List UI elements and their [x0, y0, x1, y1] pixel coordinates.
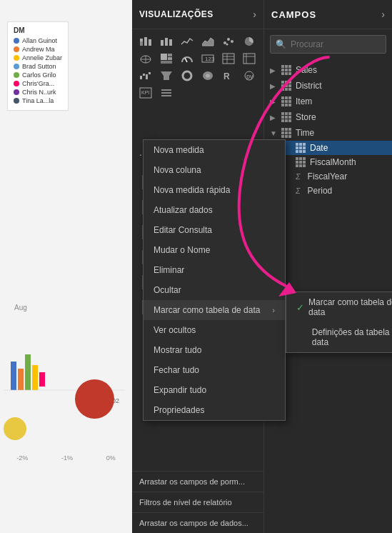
legend-label: Chris'Gra... — [22, 80, 54, 87]
legend-label: Tina La...la — [22, 97, 54, 104]
menu-item-label: Atualizar dados — [154, 205, 213, 215]
context-menu-atualizar[interactable]: Atualizar dados — [144, 200, 285, 220]
search-icon: 🔍 — [276, 39, 286, 49]
sub-item-date[interactable]: Date — [278, 141, 392, 155]
context-menu-mudar-nome[interactable]: Mudar o Nome — [144, 240, 285, 260]
legend-dot — [14, 38, 19, 44]
viz-section-porm[interactable]: Arrastar os campos de porm... — [132, 471, 263, 492]
sub-item-period[interactable]: Σ Period — [278, 184, 392, 198]
context-menu-propriedades[interactable]: Propriedades — [144, 400, 285, 420]
legend-dot — [14, 98, 19, 104]
field-item[interactable]: ▶ Item — [264, 94, 392, 109]
context-menu-ver-ocultos[interactable]: Ver ocultos — [144, 320, 285, 340]
context-menu-mostrar-tudo[interactable]: Mostrar tudo — [144, 340, 285, 360]
legend-item: Tina La...la — [14, 97, 62, 104]
viz-icon-filled-map[interactable] — [198, 68, 217, 84]
svg-rect-4 — [39, 372, 45, 387]
context-menu-editar[interactable]: Editar Consulta — [144, 220, 285, 240]
menu-item-label: Mudar o Nome — [154, 245, 210, 255]
field-store[interactable]: ▶ Store — [264, 109, 392, 125]
context-menu-eliminar[interactable]: Eliminar — [144, 260, 285, 280]
context-menu-marcar-tabela[interactable]: Marcar como tabela de data › — [144, 300, 285, 320]
menu-item-label: Ver ocultos — [154, 325, 196, 335]
circle-chart — [75, 379, 114, 419]
context-menu-expandir-tudo[interactable]: Expandir tudo — [144, 380, 285, 400]
legend-dot — [14, 72, 19, 78]
viz-icon-funnel[interactable] — [157, 68, 176, 84]
submenu-item-label: Marcar como tabela de data — [308, 297, 392, 317]
menu-item-label: Expandir tudo — [154, 385, 206, 395]
viz-icon-table[interactable] — [219, 51, 238, 66]
sub-item-fiscalmonth[interactable]: FiscalMonth — [278, 155, 392, 169]
svg-rect-5 — [11, 376, 16, 390]
viz-icon-treemap[interactable] — [157, 51, 176, 66]
viz-icon-matrix[interactable] — [240, 51, 258, 66]
axis-labels: -2% -1% 0% — [0, 454, 132, 462]
table-field-icon — [281, 65, 291, 75]
viz-icon-slicer[interactable] — [157, 85, 176, 101]
viz-icon-line-chart[interactable] — [178, 34, 196, 49]
viz-section-filtros[interactable]: Filtros de nível de relatório — [132, 492, 263, 512]
context-menu-nova-medida[interactable]: Nova medida — [144, 140, 285, 160]
campos-header: CAMPOS › — [264, 0, 392, 29]
svg-rect-25 — [161, 61, 172, 64]
viz-section-dados[interactable]: Arrastar os campos de dados... — [132, 512, 263, 533]
viz-icon-r-visual[interactable]: R — [219, 68, 238, 84]
viz-icon-bar-chart[interactable] — [157, 34, 176, 49]
field-sales[interactable]: ▶ Sales — [264, 62, 392, 78]
svg-point-17 — [231, 40, 233, 43]
submenu-item-definicoes[interactable]: Definições da tabela de data — [286, 322, 392, 352]
svg-point-18 — [226, 44, 228, 46]
svg-text:KPI: KPI — [141, 90, 149, 95]
campos-search[interactable]: 🔍 — [270, 35, 386, 54]
viz-icon-scatter[interactable] — [219, 34, 238, 49]
field-district[interactable]: ▶ District — [264, 78, 392, 94]
campos-arrow-icon[interactable]: › — [381, 9, 385, 20]
context-menu-nova-medida-rapida[interactable]: Nova medida rápida — [144, 180, 285, 200]
table-field-icon — [281, 112, 291, 122]
svg-point-16 — [227, 38, 230, 41]
svg-point-43 — [206, 74, 210, 78]
viz-icons-grid: 123 R py KPI — [132, 29, 263, 105]
search-input[interactable] — [270, 35, 386, 54]
viz-icon-area-chart[interactable] — [198, 34, 217, 49]
svg-rect-3 — [32, 365, 38, 390]
submenu: ✓ Marcar como tabela de data Definições … — [286, 292, 392, 353]
legend-dot — [14, 55, 19, 61]
viz-icon-python[interactable]: py — [240, 68, 258, 84]
submenu-item-marcar[interactable]: ✓ Marcar como tabela de data — [286, 292, 392, 322]
legend-label: Andrew Ma — [22, 46, 55, 53]
sub-item-fiscalyear[interactable]: Σ FiscalYear — [278, 169, 392, 184]
viz-icon-waterfall[interactable] — [136, 68, 155, 84]
legend-item: Andrew Ma — [14, 46, 62, 53]
field-time[interactable]: ▼ Time — [264, 125, 392, 141]
viz-icon-gauge[interactable] — [178, 51, 196, 66]
field-label: Item — [296, 96, 312, 106]
viz-header: VISUALIZAÇÕES › — [132, 0, 263, 29]
svg-text:py: py — [246, 73, 253, 80]
viz-icon-card[interactable]: 123 — [198, 51, 217, 66]
viz-icon-stacked-bar[interactable] — [136, 34, 155, 49]
svg-rect-33 — [243, 54, 255, 64]
context-menu-fechar-tudo[interactable]: Fechar tudo — [144, 360, 285, 380]
menu-item-label: Mostrar tudo — [154, 345, 201, 355]
sub-field-label: Date — [310, 143, 328, 153]
svg-rect-6 — [18, 379, 24, 390]
context-menu-ocultar[interactable]: Ocultar — [144, 280, 285, 300]
menu-item-label: Propriedades — [154, 405, 204, 415]
viz-icon-donut[interactable] — [178, 68, 196, 84]
table-field-icon — [281, 81, 291, 91]
viz-bottom-sections: Arrastar os campos de porm... Filtros de… — [132, 471, 263, 533]
legend-item: Chris N..urk — [14, 89, 62, 96]
viz-arrow-icon[interactable]: › — [253, 9, 256, 20]
context-menu-nova-coluna[interactable]: Nova coluna — [144, 160, 285, 180]
viz-panel-title: VISUALIZAÇÕES — [139, 9, 213, 19]
svg-point-41 — [183, 71, 191, 80]
field-label: Time — [296, 128, 314, 138]
viz-icon-pie[interactable] — [240, 34, 258, 49]
sub-field-label: FiscalYear — [308, 171, 348, 181]
viz-icon-map[interactable] — [136, 51, 155, 66]
svg-rect-22 — [161, 54, 167, 60]
viz-icon-kpi[interactable]: KPI — [136, 85, 155, 101]
svg-text:123: 123 — [205, 56, 214, 62]
